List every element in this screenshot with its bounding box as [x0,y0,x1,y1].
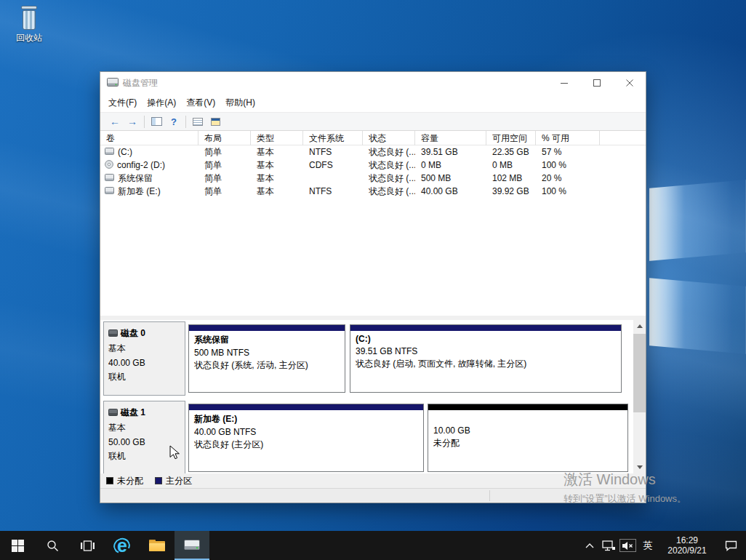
taskbar-ie-button[interactable]: e [105,531,140,560]
help-button[interactable]: ? [165,113,183,129]
toolbar-separator [144,116,145,128]
search-button[interactable] [35,531,70,560]
scroll-up-arrow-icon[interactable] [633,320,646,332]
column-header-percentfree[interactable]: % 可用 [536,131,600,145]
volume-layout: 简单 [198,172,251,185]
volume-freespace: 0 MB [486,160,536,170]
disk-icon [108,408,118,418]
menu-file[interactable]: 文件(F) [103,94,142,112]
action-center-icon [725,540,737,551]
partition-title: 系统保留 [194,334,340,346]
disk-icon [184,539,200,551]
volume-name: 新加卷 (E:) [118,185,161,198]
windows-logo-icon [12,540,24,552]
partition-e[interactable]: 新加卷 (E:) 40.00 GB NTFS 状态良好 (主分区) [188,404,424,472]
column-header-filler [600,131,646,145]
disk-type: 基本 [108,422,180,434]
volume-freespace: 39.92 GB [486,186,536,196]
volume-name: config-2 (D:) [117,160,165,170]
scrollbar-thumb[interactable] [633,334,646,412]
disk-name: 磁盘 1 [121,407,145,419]
menu-action[interactable]: 操作(A) [142,94,181,112]
volume-capacity: 40.00 GB [415,186,486,196]
column-header-type[interactable]: 类型 [251,131,303,145]
column-header-volume[interactable]: 卷 [100,131,198,145]
tray-clock[interactable]: 16:29 2020/9/21 [659,531,715,560]
volume-row-d[interactable]: config-2 (D:) 简单 基本 CDFS 状态良好 (... 0 MB … [100,159,646,172]
forward-icon: → [127,116,137,127]
disk-management-window: 磁盘管理 文件(F) 操作(A) 查看(V) 帮助(H) ← → [100,71,646,503]
disk-status: 联机 [108,371,180,383]
tray-network-button[interactable] [599,531,618,560]
chevron-up-icon [585,543,594,548]
disk-type: 基本 [108,343,180,355]
desktop: 回收站 磁盘管理 文件(F) 操作(A) 查看(V [0,0,746,560]
partition-color-bar [189,325,345,331]
windows-logo-pane [649,180,746,261]
disk-icon [108,329,118,339]
column-header-capacity[interactable]: 容量 [415,131,486,145]
column-header-filesystem[interactable]: 文件系统 [303,131,363,145]
titlebar[interactable]: 磁盘管理 [100,72,646,94]
partition-status: 状态良好 (系统, 活动, 主分区) [194,359,340,372]
task-view-button[interactable] [70,531,105,560]
volume-muted-icon [619,539,636,552]
recycle-bin[interactable]: 回收站 [9,6,49,44]
volume-capacity: 500 MB [415,173,486,183]
volume-layout: 简单 [198,159,251,172]
volume-row-e[interactable]: 新加卷 (E:) 简单 基本 NTFS 状态良好 (... 40.00 GB 3… [100,185,646,198]
column-header-status[interactable]: 状态 [363,131,415,145]
window-controls [548,72,646,94]
tray-action-center-button[interactable] [715,531,746,560]
legend-unallocated-label: 未分配 [117,475,143,487]
drive-icon [105,173,114,183]
column-header-layout[interactable]: 布局 [198,131,251,145]
ie-icon: e [113,535,132,556]
action-list-button[interactable] [189,113,206,129]
mouse-cursor [169,445,180,463]
watermark-line2: 转到“设置”以激活 Windows。 [563,492,686,505]
tray-volume-button[interactable] [618,531,637,560]
list-icon [193,118,203,126]
start-button[interactable] [0,531,35,560]
volume-filesystem: CDFS [303,160,363,170]
volume-type: 基本 [251,159,303,172]
recycle-bin-label: 回收站 [9,32,49,44]
menu-help[interactable]: 帮助(H) [220,94,260,112]
back-button[interactable]: ← [106,113,124,129]
activation-watermark: 激活 Windows 转到“设置”以激活 Windows。 [563,471,686,505]
partition-color-bar [189,404,423,410]
minimize-button[interactable] [548,72,580,94]
tray-ime-indicator[interactable]: 英 [637,531,659,560]
partition-color-bar [428,404,627,410]
partition-system-reserved[interactable]: 系统保留 500 MB NTFS 状态良好 (系统, 活动, 主分区) [188,324,345,393]
taskbar-file-explorer-button[interactable] [140,531,175,560]
disk-1-row: 磁盘 1 基本 50.00 GB 联机 新加卷 (E:) 40.00 GB NT… [103,401,646,473]
tray-show-hidden-icons[interactable] [580,531,599,560]
app-icon [107,76,119,89]
column-header-freespace[interactable]: 可用空间 [486,131,536,145]
partition-unallocated[interactable]: 10.00 GB 未分配 [428,404,628,472]
clock-date: 2020/9/21 [667,545,706,556]
volume-type: 基本 [251,146,303,159]
disk-0-row: 磁盘 0 基本 40.00 GB 联机 系统保留 500 MB NTFS 状态良… [103,321,646,396]
maximize-button[interactable] [580,72,613,94]
properties-button[interactable] [206,113,224,129]
volume-percentfree: 100 % [536,186,600,196]
clock-time: 16:29 [676,535,698,545]
disk-0-label[interactable]: 磁盘 0 基本 40.00 GB 联机 [103,321,185,396]
volume-status: 状态良好 (... [363,185,415,198]
close-button[interactable] [613,72,646,94]
drive-icon [105,147,114,157]
volume-row-c[interactable]: (C:) 简单 基本 NTFS 状态良好 (... 39.51 GB 22.35… [100,145,646,159]
console-tree-button[interactable] [148,113,165,129]
volume-status: 状态良好 (... [363,159,415,172]
taskbar-disk-management-button[interactable] [175,531,209,560]
menu-view[interactable]: 查看(V) [181,94,220,112]
volume-percentfree: 100 % [536,160,600,170]
volume-row-system-reserved[interactable]: 系统保留 简单 基本 状态良好 (... 500 MB 102 MB 20 % [100,172,646,185]
volume-type: 基本 [251,185,303,198]
forward-button[interactable]: → [124,113,141,129]
partition-c[interactable]: (C:) 39.51 GB NTFS 状态良好 (启动, 页面文件, 故障转储,… [350,324,622,393]
vertical-scrollbar[interactable] [633,320,646,473]
